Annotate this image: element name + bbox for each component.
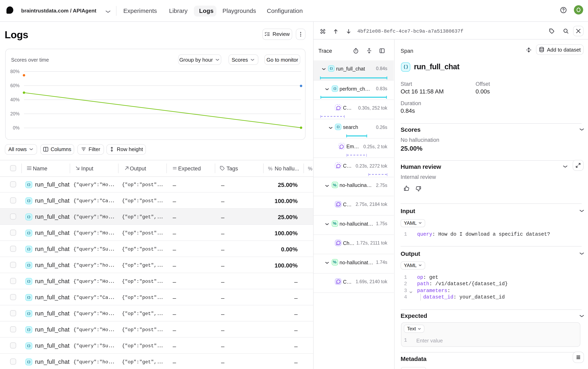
svg-text:40%: 40%	[10, 97, 19, 102]
svg-text:0%: 0%	[13, 125, 19, 131]
svg-text:80%: 80%	[10, 69, 19, 74]
svg-text:20%: 20%	[10, 111, 19, 116]
svg-text:60%: 60%	[10, 83, 19, 88]
